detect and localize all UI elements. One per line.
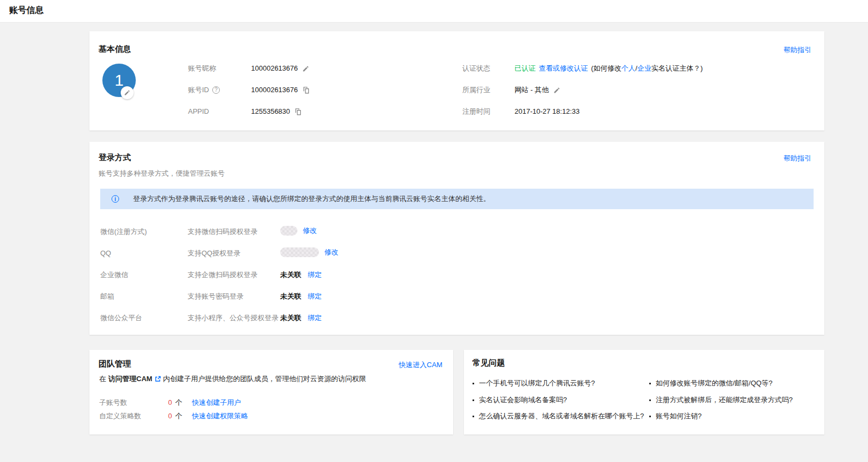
login-row-wecom-label: 企业微信 [100, 271, 128, 279]
personal-auth-link[interactable]: 个人 [621, 64, 635, 72]
faq-link[interactable]: 怎么确认云服务器、域名或者域名解析在哪个账号上? [473, 412, 644, 420]
bullet-icon [649, 416, 651, 417]
pencil-icon [124, 89, 130, 96]
faq-question: 账号如何注销? [656, 412, 702, 420]
faq-question: 实名认证会影响域名备案吗? [479, 396, 567, 404]
bullet-icon [649, 383, 651, 384]
appid-value-row: 1255356830 [251, 107, 302, 116]
masked-value [280, 247, 319, 257]
appid-label: APPID [188, 107, 209, 116]
login-notice-text: 登录方式作为登录腾讯云账号的途径，请确认您所绑定的登录方式的使用主体与当前腾讯云… [133, 194, 490, 204]
login-notice-banner: i 登录方式作为登录腾讯云账号的途径，请确认您所绑定的登录方式的使用主体与当前腾… [100, 189, 814, 209]
bullet-icon [649, 399, 651, 401]
basic-info-card: 基本信息 帮助指引 1 账号昵称 100002613676 账号ID ? 100… [89, 31, 824, 130]
login-row-email-value: 未关联 绑定 [280, 292, 322, 301]
auth-note-close: 实名认证主体？) [651, 64, 703, 72]
login-row-mp-desc: 支持小程序、公众号授权登录 [188, 314, 279, 322]
bullet-icon [473, 383, 474, 384]
login-row-wecom-value: 未关联 绑定 [280, 271, 322, 279]
faq-question: 一个手机号可以绑定几个腾讯云账号? [479, 379, 595, 388]
faq-link[interactable]: 账号如何注销? [649, 412, 702, 420]
reg-time-value: 2017-10-27 18:12:33 [515, 107, 580, 116]
faq-link[interactable]: 实名认证会影响域名备案吗? [473, 396, 567, 404]
mp-bind-link[interactable]: 绑定 [308, 314, 322, 322]
qq-modify-link[interactable]: 修改 [324, 248, 338, 257]
faq-question: 如何修改账号绑定的微信/邮箱/QQ等? [656, 379, 773, 388]
auth-note: (如何修改个人/企业实名认证主体？) [591, 64, 703, 73]
login-row-wechat-label: 微信(注册方式) [100, 227, 147, 236]
edit-industry-icon[interactable] [553, 87, 560, 94]
create-policy-link[interactable]: 快速创建权限策略 [192, 412, 248, 420]
team-desc-prefix: 在 [99, 375, 106, 383]
masked-value [280, 226, 297, 236]
team-description: 在 访问管理CAM 内创建子用户提供给您的团队成员，管理他们对云资源的访问权限 [99, 375, 366, 383]
edit-nickname-icon[interactable] [302, 65, 309, 72]
auth-status-badge: 已认证 [515, 64, 536, 73]
auth-status-label: 认证状态 [462, 64, 490, 73]
login-row-mp-value: 未关联 绑定 [280, 314, 322, 322]
custom-policies-unit: 个 [175, 412, 182, 420]
auth-status-row: 已认证 查看或修改认证 (如何修改个人/企业实名认证主体？) [515, 64, 703, 73]
create-sub-user-link[interactable]: 快速创建子用户 [192, 398, 241, 407]
external-link-icon[interactable] [155, 376, 161, 382]
custom-policies-count: 0 [168, 412, 172, 420]
reg-time-label: 注册时间 [462, 107, 490, 116]
faq-question: 注册方式被解绑后，还能绑定成登录方式吗? [656, 396, 793, 404]
team-desc-suffix: 内创建子用户提供给您的团队成员，管理他们对云资源的访问权限 [163, 375, 366, 383]
basic-help-link[interactable]: 帮助指引 [783, 45, 811, 55]
modify-auth-link[interactable]: 查看或修改认证 [539, 64, 588, 73]
enterprise-auth-link[interactable]: 企业 [637, 64, 651, 72]
login-row-qq-desc: 支持QQ授权登录 [188, 249, 240, 258]
login-row-wechat-value: 修改 [280, 226, 317, 236]
faq-link[interactable]: 注册方式被解绑后，还能绑定成登录方式吗? [649, 396, 793, 404]
team-management-card: 团队管理 快速进入CAM 在 访问管理CAM 内创建子用户提供给您的团队成员，管… [89, 350, 453, 435]
sub-accounts-unit: 个 [175, 398, 182, 407]
appid-value: 1255356830 [251, 107, 290, 116]
login-methods-subtitle: 账号支持多种登录方式，便捷管理云账号 [99, 169, 225, 178]
nickname-label: 账号昵称 [188, 64, 216, 73]
auth-note-open: (如何修改 [591, 64, 621, 72]
industry-label: 所属行业 [462, 86, 490, 94]
faq-link[interactable]: 一个手机号可以绑定几个腾讯云账号? [473, 379, 595, 388]
nickname-value-row: 100002613676 [251, 64, 309, 73]
wechat-modify-link[interactable]: 修改 [303, 226, 317, 235]
wecom-status: 未关联 [280, 271, 301, 279]
login-methods-card: 登录方式 帮助指引 账号支持多种登录方式，便捷管理云账号 i 登录方式作为登录腾… [89, 142, 824, 335]
enter-cam-link[interactable]: 快速进入CAM [399, 360, 442, 370]
top-bar: 账号信息 [0, 0, 868, 23]
cam-console-link[interactable]: 访问管理CAM [108, 375, 152, 383]
help-circle-icon[interactable]: ? [212, 86, 220, 94]
login-row-qq-value: 修改 [280, 247, 338, 257]
email-bind-link[interactable]: 绑定 [308, 292, 322, 301]
avatar-text: 1 [115, 71, 124, 89]
page-title: 账号信息 [9, 5, 44, 16]
login-methods-title: 登录方式 [99, 153, 131, 163]
email-status: 未关联 [280, 292, 301, 301]
custom-policies-label: 自定义策略数 [99, 412, 168, 420]
login-help-link[interactable]: 帮助指引 [783, 154, 811, 163]
account-id-value-row: 100002613676 [251, 86, 310, 94]
bullet-icon [473, 416, 474, 417]
info-circle-icon: i [112, 195, 119, 203]
custom-policies-row: 自定义策略数 0 个 快速创建权限策略 [99, 412, 248, 420]
account-id-value: 100002613676 [251, 86, 298, 94]
sub-accounts-count: 0 [168, 398, 172, 407]
sub-accounts-row: 子账号数 0 个 快速创建子用户 [99, 398, 241, 407]
faq-title: 常见问题 [473, 358, 505, 368]
mp-status: 未关联 [280, 314, 301, 322]
industry-value: 网站 - 其他 [515, 86, 549, 94]
nickname-value: 100002613676 [251, 64, 298, 73]
faq-question: 怎么确认云服务器、域名或者域名解析在哪个账号上? [479, 412, 644, 420]
copy-icon[interactable] [302, 86, 310, 94]
avatar-edit-button[interactable] [121, 86, 134, 99]
sub-accounts-label: 子账号数 [99, 398, 168, 407]
login-row-qq-label: QQ [100, 249, 111, 258]
basic-info-title: 基本信息 [99, 44, 131, 54]
bullet-icon [473, 399, 474, 401]
login-row-wecom-desc: 支持企微扫码授权登录 [188, 271, 258, 279]
industry-value-row: 网站 - 其他 [515, 86, 560, 94]
account-id-label: 账号ID [188, 86, 209, 94]
wecom-bind-link[interactable]: 绑定 [308, 271, 322, 279]
copy-icon[interactable] [294, 108, 302, 115]
faq-link[interactable]: 如何修改账号绑定的微信/邮箱/QQ等? [649, 379, 773, 388]
